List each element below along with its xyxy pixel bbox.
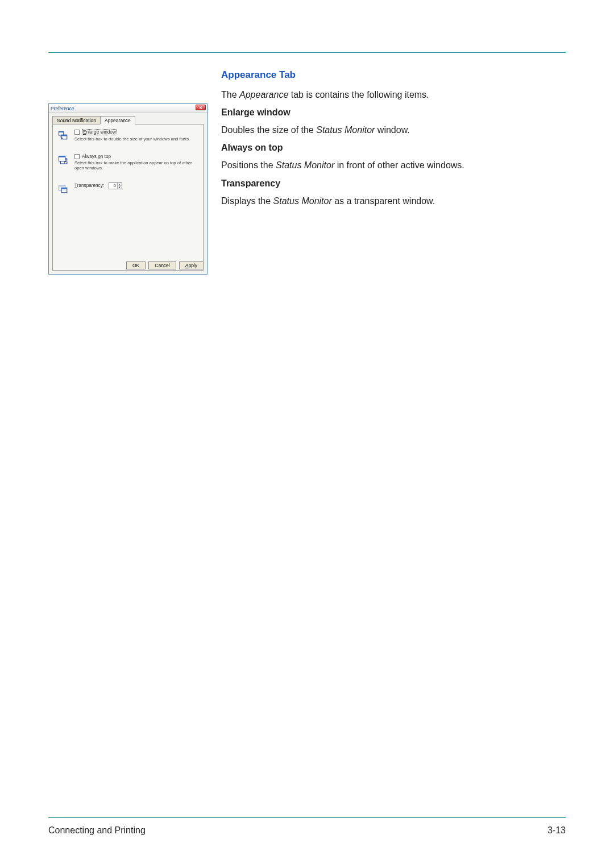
- option-enlarge-window: Enlarge window Select this box to double…: [57, 129, 198, 143]
- footer-rule: [48, 817, 566, 818]
- transparency-value[interactable]: 0: [109, 183, 117, 188]
- svg-rect-13: [61, 188, 67, 189]
- enlarge-window-desc: Select this box to double the size of yo…: [74, 136, 198, 142]
- section-heading: Appearance Tab: [221, 68, 566, 82]
- item-title-ontop: Always on top: [221, 141, 566, 154]
- apply-button[interactable]: Apply: [179, 261, 204, 269]
- item-desc-transparency: Displays the Status Monitor as a transpa…: [221, 194, 566, 207]
- item-title-enlarge: Enlarge window: [221, 106, 566, 119]
- enlarge-window-label[interactable]: Enlarge window: [82, 129, 117, 135]
- transparency-label: Transparency:: [74, 183, 104, 188]
- dialog-button-row: OK Cancel Apply: [126, 261, 204, 269]
- tab-panel: Enlarge window Select this box to double…: [52, 124, 204, 271]
- option-transparency: Transparency: 0 ▴ ▾: [57, 182, 198, 196]
- tab-sound-notification[interactable]: Sound Notification: [52, 116, 101, 124]
- header-rule: [48, 52, 566, 53]
- svg-rect-11: [59, 185, 65, 186]
- close-icon: ✕: [199, 106, 202, 110]
- cancel-button[interactable]: Cancel: [148, 261, 176, 269]
- always-on-top-desc: Select this box to make the application …: [74, 160, 198, 171]
- enlarge-window-checkbox[interactable]: [74, 130, 80, 135]
- titlebar: Preference ✕: [49, 104, 207, 113]
- enlarge-window-icon: [58, 130, 68, 143]
- transparency-spinner[interactable]: 0 ▴ ▾: [109, 182, 122, 189]
- svg-rect-9: [65, 161, 66, 162]
- item-desc-ontop: Positions the Status Monitor in front of…: [221, 159, 566, 172]
- intro-line: The Appearance tab is contains the follo…: [221, 88, 566, 101]
- transparency-icon: [58, 184, 68, 196]
- item-title-transparency: Transparency: [221, 177, 566, 190]
- footer-left: Connecting and Printing: [48, 825, 146, 836]
- doc-text: Appearance Tab The Appearance tab is con…: [221, 68, 566, 275]
- window-title: Preference: [51, 106, 74, 111]
- spinner-down-icon[interactable]: ▾: [118, 186, 122, 189]
- ok-button[interactable]: OK: [126, 261, 146, 269]
- tab-appearance[interactable]: Appearance: [100, 116, 135, 124]
- always-on-top-checkbox[interactable]: [74, 154, 80, 159]
- svg-rect-1: [59, 131, 64, 132]
- preference-dialog: Preference ✕ Sound Notification Appearan…: [48, 103, 208, 275]
- svg-rect-3: [61, 135, 67, 136]
- always-on-top-icon: [58, 155, 68, 168]
- option-always-on-top: Always on top Select this box to make th…: [57, 154, 198, 171]
- tab-row: Sound Notification Appearance: [52, 115, 204, 124]
- close-button[interactable]: ✕: [196, 105, 206, 110]
- item-desc-enlarge: Doubles the size of the Status Monitor w…: [221, 123, 566, 136]
- always-on-top-label[interactable]: Always on top: [82, 154, 111, 159]
- footer-right: 3-13: [547, 825, 566, 836]
- svg-rect-7: [59, 156, 65, 157]
